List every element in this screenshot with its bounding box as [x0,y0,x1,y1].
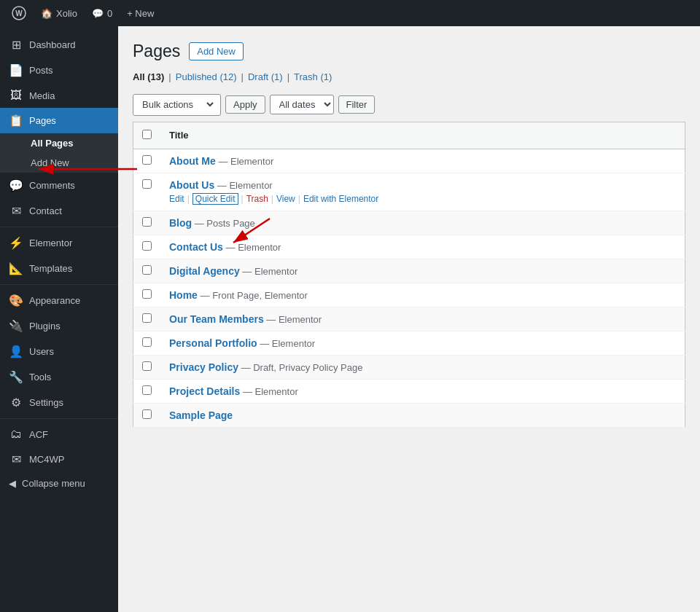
filter-all[interactable]: All (13) [133,71,164,82]
page-title-link[interactable]: Digital Agency [169,265,240,277]
sidebar-label-tools: Tools [29,372,51,382]
page-title-link[interactable]: About Us [169,179,214,191]
page-title: Pages [133,41,180,63]
select-all-checkbox[interactable] [142,130,152,139]
table-row: About Me — Elementor [133,149,685,173]
page-title-link[interactable]: Contact Us [169,241,223,253]
collapse-menu[interactable]: ◀ Collapse menu [0,472,118,495]
action-edit-elementor[interactable]: Edit with Elementor [303,194,378,204]
sidebar-item-comments[interactable]: 💬 Comments [0,173,118,198]
sidebar-label-templates: Templates [29,263,72,274]
page-subtitle: — Elementor [214,180,272,191]
row-checkbox[interactable] [142,361,152,371]
action-quick-edit[interactable]: Quick Edit [192,193,238,205]
table-row: Personal Portfolio — Elementor [133,331,685,355]
sidebar-item-posts[interactable]: 📄 Posts [0,58,118,83]
sidebar-item-tools[interactable]: 🔧 Tools [0,364,118,390]
sidebar-item-media[interactable]: 🖼 Media [0,83,118,108]
header-title: Title [160,122,685,149]
sidebar-item-contact[interactable]: ✉ Contact [0,198,118,224]
main-layout: ⊞ Dashboard 📄 Posts 🖼 Media 📋 Pages All … [0,26,700,612]
pages-icon: 📋 [9,114,23,128]
page-subtitle: — Elementor [223,242,281,253]
sidebar-label-elementor: Elementor [29,238,72,248]
new-content[interactable]: + New [121,0,160,26]
row-checkbox[interactable] [142,155,152,165]
date-filter-select[interactable]: All dates [270,95,334,114]
submenu-all-pages[interactable]: All Pages [0,133,118,153]
add-new-button[interactable]: Add New [189,42,244,60]
plugins-icon: 🔌 [9,319,23,333]
sidebar-item-pages[interactable]: 📋 Pages [0,108,118,133]
page-subtitle: — Posts Page [192,218,255,229]
page-title-link[interactable]: Our Team Members [169,313,264,325]
sidebar-item-users[interactable]: 👤 Users [0,339,118,364]
page-subtitle: — Front Page, Elementor [198,290,308,301]
row-checkbox[interactable] [142,337,152,347]
page-subtitle: — Elementor [264,314,322,325]
apply-button[interactable]: Apply [225,95,265,114]
sidebar-item-dashboard[interactable]: ⊞ Dashboard [0,32,118,58]
sidebar-label-appearance: Appearance [29,295,80,306]
posts-icon: 📄 [9,63,23,77]
filter-trash[interactable]: Trash (1) [294,71,332,82]
bulk-actions-wrapper[interactable]: Bulk actions Edit Move to Trash [133,94,221,116]
wp-logo[interactable]: W [6,0,32,26]
row-checkbox[interactable] [142,179,152,189]
bulk-actions-select[interactable]: Bulk actions Edit Move to Trash [138,98,216,111]
sidebar-item-elementor[interactable]: ⚡ Elementor [0,230,118,256]
action-edit[interactable]: Edit [169,194,184,204]
page-subtitle: — Elementor [216,156,273,167]
dashboard-icon: ⊞ [9,38,23,52]
page-title-link[interactable]: Blog [169,217,192,229]
svg-text:W: W [15,9,23,17]
media-icon: 🖼 [9,89,23,102]
action-trash[interactable]: Trash [246,194,268,204]
filter-draft[interactable]: Draft (1) [248,71,283,82]
table-row: About Us — ElementorEdit|Quick Edit|Tras… [133,173,685,211]
page-title-link[interactable]: Project Details [169,385,240,397]
page-title-link[interactable]: Privacy Policy [169,361,238,373]
row-checkbox[interactable] [142,289,152,299]
page-subtitle: — Elementor [240,386,298,397]
table-row: Privacy Policy — Draft, Privacy Policy P… [133,355,685,379]
separator [0,227,118,227]
submenu-add-new[interactable]: Add New [0,153,118,173]
sidebar-label-posts: Posts [29,65,53,76]
page-subtitle: — Elementor [257,338,315,349]
row-checkbox[interactable] [142,265,152,275]
sidebar-item-settings[interactable]: ⚙ Settings [0,390,118,415]
sidebar-menu: ⊞ Dashboard 📄 Posts 🖼 Media 📋 Pages All … [0,26,118,472]
row-checkbox[interactable] [142,241,152,251]
page-subtitle: — Draft, Privacy Policy Page [238,362,363,373]
sidebar-item-acf[interactable]: 🗂 ACF [0,422,118,447]
sidebar-item-mc4wp[interactable]: ✉ MC4WP [0,447,118,472]
page-title-link[interactable]: Home [169,289,198,301]
filter-button[interactable]: Filter [338,95,376,114]
sidebar-label-contact: Contact [29,205,62,216]
site-name[interactable]: 🏠 Xolio [35,0,83,26]
acf-icon: 🗂 [9,428,23,441]
table-container: Title About Me — ElementorAbout Us — Ele… [133,122,685,428]
filter-published[interactable]: Published (12) [176,71,237,82]
pages-submenu: All Pages Add New [0,133,118,173]
page-title-link[interactable]: Personal Portfolio [169,337,257,349]
comments-link[interactable]: 💬 0 [86,0,118,26]
sidebar-item-templates[interactable]: 📐 Templates [0,256,118,281]
page-subtitle: — Elementor [240,266,298,277]
row-checkbox[interactable] [142,409,152,419]
pages-list: About Me — ElementorAbout Us — Elementor… [133,149,685,427]
separator-2 [0,284,118,285]
sidebar-item-appearance[interactable]: 🎨 Appearance [0,288,118,313]
row-checkbox[interactable] [142,385,152,395]
page-title-link[interactable]: Sample Page [169,409,233,421]
comments-icon: 💬 [9,178,23,192]
table-row: Sample Page [133,403,685,427]
row-checkbox[interactable] [142,217,152,227]
table-row: Project Details — Elementor [133,379,685,403]
action-view[interactable]: View [276,194,295,204]
sidebar-item-plugins[interactable]: 🔌 Plugins [0,313,118,339]
sidebar-label-pages: Pages [29,115,56,126]
row-checkbox[interactable] [142,313,152,323]
page-title-link[interactable]: About Me [169,155,216,167]
